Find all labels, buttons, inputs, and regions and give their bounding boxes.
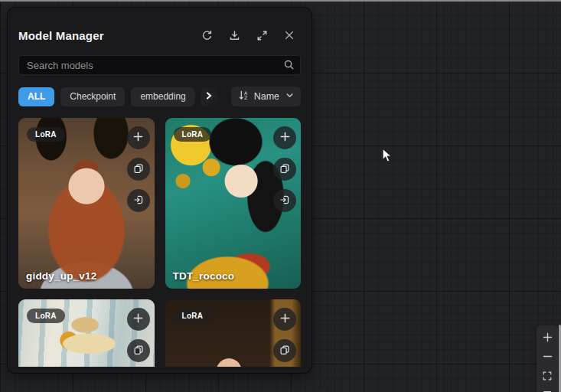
fit-view-icon bbox=[542, 371, 553, 381]
chevron-right-icon bbox=[204, 93, 214, 104]
load-model-button[interactable] bbox=[127, 189, 150, 212]
model-name: giddy_up_v12 bbox=[26, 270, 96, 282]
filter-chip-checkpoint[interactable]: Checkpoint bbox=[60, 87, 125, 106]
copy-icon bbox=[133, 163, 144, 176]
download-icon bbox=[229, 30, 240, 41]
chips-scroll-right-button[interactable] bbox=[204, 90, 214, 104]
close-button[interactable] bbox=[284, 30, 295, 41]
sort-dropdown[interactable]: A Z Name bbox=[231, 87, 301, 106]
zoom-out-button[interactable] bbox=[537, 347, 557, 366]
canvas-zoom-toolbar bbox=[537, 325, 558, 392]
plus-icon bbox=[132, 312, 144, 326]
fit-view-button[interactable] bbox=[537, 366, 557, 385]
model-manager-panel: Model Manager bbox=[8, 8, 311, 373]
model-type-badge: LoRA bbox=[27, 127, 65, 142]
copy-icon bbox=[279, 345, 290, 358]
svg-text:Z: Z bbox=[244, 95, 247, 100]
copy-model-button[interactable] bbox=[273, 158, 296, 181]
refresh-icon bbox=[201, 30, 213, 41]
add-model-button[interactable] bbox=[273, 308, 296, 331]
chevron-down-icon bbox=[285, 91, 294, 102]
model-card[interactable]: LoRA bbox=[18, 299, 155, 367]
refresh-button[interactable] bbox=[201, 30, 213, 41]
model-card-grid: LoRA bbox=[18, 118, 301, 367]
search-icon bbox=[283, 59, 295, 74]
plus-icon bbox=[542, 332, 553, 343]
add-model-button[interactable] bbox=[273, 126, 296, 149]
card-action-buttons bbox=[273, 126, 296, 212]
zoom-in-button[interactable] bbox=[537, 328, 557, 347]
copy-icon bbox=[133, 345, 144, 358]
import-icon bbox=[279, 194, 290, 207]
add-model-button[interactable] bbox=[127, 308, 150, 331]
panel-title: Model Manager bbox=[18, 29, 201, 42]
model-type-badge: LoRA bbox=[174, 309, 212, 323]
plus-icon bbox=[279, 312, 291, 326]
model-card-list: LoRA bbox=[18, 118, 301, 367]
card-action-buttons bbox=[127, 308, 150, 362]
copy-model-button[interactable] bbox=[127, 158, 150, 181]
sort-alpha-icon: A Z bbox=[238, 90, 250, 103]
maximize-button[interactable] bbox=[256, 30, 268, 41]
card-action-buttons bbox=[127, 126, 150, 212]
toolbar-extra-button[interactable] bbox=[537, 385, 557, 392]
window-top-border bbox=[0, 0, 561, 2]
close-icon bbox=[284, 30, 295, 41]
search-input[interactable] bbox=[18, 55, 301, 75]
model-card[interactable]: LoRA bbox=[165, 299, 302, 367]
model-card[interactable]: LoRA bbox=[18, 118, 155, 289]
model-type-badge: LoRA bbox=[27, 309, 65, 323]
filter-row: ALL Checkpoint embedding Hypernetwork A … bbox=[18, 87, 301, 106]
load-model-button[interactable] bbox=[273, 189, 296, 212]
filter-chips: ALL Checkpoint embedding Hypernetwork bbox=[18, 87, 225, 106]
download-button[interactable] bbox=[229, 30, 240, 41]
copy-model-button[interactable] bbox=[127, 339, 150, 362]
plus-icon bbox=[279, 131, 291, 145]
model-type-badge: LoRA bbox=[174, 127, 212, 142]
header-buttons bbox=[201, 30, 301, 41]
card-action-buttons bbox=[273, 308, 296, 362]
expand-icon bbox=[256, 30, 268, 41]
model-card[interactable]: LoRA bbox=[165, 118, 302, 289]
copy-model-button[interactable] bbox=[273, 339, 296, 362]
copy-icon bbox=[279, 163, 290, 176]
add-model-button[interactable] bbox=[127, 126, 150, 149]
filter-chip-embedding[interactable]: embedding bbox=[131, 87, 194, 106]
panel-header: Model Manager bbox=[18, 20, 301, 51]
minus-icon bbox=[542, 351, 553, 362]
sort-label: Name bbox=[254, 91, 279, 102]
filter-chip-all[interactable]: ALL bbox=[18, 87, 54, 106]
partial-icon bbox=[542, 390, 553, 392]
model-name: TDT_rococo bbox=[173, 270, 235, 282]
import-icon bbox=[133, 194, 144, 207]
plus-icon bbox=[132, 131, 144, 145]
search-bar bbox=[18, 55, 301, 75]
